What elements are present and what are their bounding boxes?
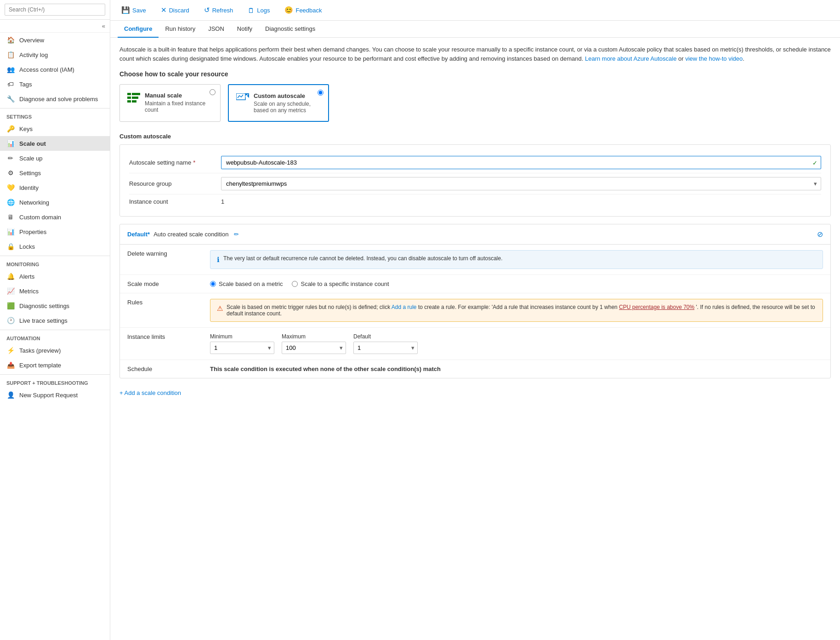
iam-icon: 👥: [6, 65, 15, 74]
sidebar-item-diagnose[interactable]: 🔧 Diagnose and solve problems: [0, 91, 110, 106]
activity-log-icon: 📋: [6, 51, 15, 59]
tab-diagnostic-settings[interactable]: Diagnostic settings: [259, 21, 322, 38]
sidebar-item-keys[interactable]: 🔑 Keys: [0, 121, 110, 136]
default-select[interactable]: 1: [354, 342, 417, 354]
manual-radio-input[interactable]: [210, 89, 216, 95]
sidebar-item-label: New Support Request: [19, 392, 78, 399]
custom-autoscale-option[interactable]: Custom autoscale Scale on any schedule, …: [228, 84, 329, 122]
learn-more-link[interactable]: Learn more about Azure Autoscale: [585, 55, 676, 62]
sidebar-item-export[interactable]: 📤 Export template: [0, 358, 110, 372]
sidebar-item-label: Networking: [19, 199, 49, 206]
sidebar-item-scale-out[interactable]: 📊 Scale out: [0, 136, 110, 151]
delete-warning-box: ℹ The very last or default recurrence ru…: [210, 250, 823, 269]
scale-mode-content: Scale based on a metric Scale to a speci…: [210, 280, 823, 287]
tab-notify[interactable]: Notify: [231, 21, 259, 38]
default-limit-label: Default: [353, 333, 418, 340]
refresh-button[interactable]: ↺ Refresh: [200, 4, 237, 17]
sidebar-item-label: Scale out: [19, 140, 46, 147]
autoscale-name-input[interactable]: [221, 156, 821, 169]
sidebar-item-tasks[interactable]: ⚡ Tasks (preview): [0, 343, 110, 358]
sidebar-item-networking[interactable]: 🌐 Networking: [0, 195, 110, 210]
scale-mode-metric-radio[interactable]: [210, 281, 216, 287]
manual-scale-radio[interactable]: [210, 89, 216, 97]
collapse-button[interactable]: «: [0, 20, 110, 33]
tab-run-history[interactable]: Run history: [159, 21, 202, 38]
sidebar-item-tags[interactable]: 🏷 Tags: [0, 77, 110, 91]
sidebar-item-label: Keys: [19, 126, 33, 132]
logs-button[interactable]: 🗒 Logs: [244, 4, 273, 17]
scale-mode-label: Scale mode: [127, 280, 210, 287]
diagnose-icon: 🔧: [6, 95, 15, 103]
manual-scale-icon: [127, 93, 140, 106]
sidebar-item-settings[interactable]: ⚙ Settings: [0, 166, 110, 180]
cond-row-schedule: Schedule This scale condition is execute…: [120, 360, 830, 378]
scale-mode-instance-label: Scale to a specific instance count: [301, 280, 389, 287]
search-input[interactable]: [5, 4, 105, 16]
schedule-label: Schedule: [127, 366, 210, 372]
scale-mode-instance-option[interactable]: Scale to a specific instance count: [292, 280, 389, 287]
add-rule-link[interactable]: Add a rule: [392, 304, 417, 310]
condition-edit-icon[interactable]: ✏: [234, 231, 239, 238]
sidebar-item-label: Diagnose and solve problems: [19, 96, 98, 103]
instance-count-value: 1: [221, 198, 224, 205]
name-valid-icon: ✓: [812, 159, 817, 166]
add-scale-condition-button[interactable]: + Add a scale condition: [119, 386, 831, 400]
schedule-content: This scale condition is executed when no…: [210, 366, 823, 372]
sidebar-item-identity[interactable]: 💛 Identity: [0, 180, 110, 195]
sidebar-item-properties[interactable]: 📊 Properties: [0, 224, 110, 239]
sidebar-item-custom-domain[interactable]: 🖥 Custom domain: [0, 210, 110, 224]
scale-mode-metric-option[interactable]: Scale based on a metric: [210, 280, 283, 287]
scale-mode-metric-label: Scale based on a metric: [219, 280, 283, 287]
svg-rect-5: [132, 100, 136, 103]
logs-icon: 🗒: [248, 6, 255, 14]
autoscale-name-control: ✓: [221, 156, 821, 169]
page-content-area: Autoscale is a built-in feature that hel…: [110, 38, 840, 640]
discard-button[interactable]: ✕ Discard: [157, 4, 193, 17]
scale-section-title: Choose how to scale your resource: [119, 70, 831, 78]
tab-json[interactable]: JSON: [202, 21, 231, 38]
settings-section-label: Settings: [0, 108, 110, 121]
rg-select[interactable]: chenyltestpremiumwps: [221, 177, 821, 190]
sidebar-item-access-control[interactable]: 👥 Access control (IAM): [0, 62, 110, 77]
how-to-video-link[interactable]: view the how-to video: [685, 55, 743, 62]
custom-scale-icon: [236, 93, 249, 106]
condition-disable-icon[interactable]: ⊘: [817, 230, 823, 239]
cond-row-delete-warning: Delete warning ℹ The very last or defaul…: [120, 245, 830, 275]
sidebar-item-live-trace[interactable]: 🕐 Live trace settings: [0, 313, 110, 328]
manual-scale-option[interactable]: Manual scale Maintain a fixed instance c…: [119, 84, 221, 122]
delete-warning-text: The very last or default recurrence rule…: [223, 255, 502, 262]
overview-icon: 🏠: [6, 36, 15, 44]
sidebar-item-diagnostic-settings[interactable]: 🟩 Diagnostic settings: [0, 298, 110, 313]
cond-row-instance-limits: Instance limits Minimum 1 ▾: [120, 328, 830, 360]
custom-radio-input[interactable]: [318, 90, 324, 96]
tab-configure[interactable]: Configure: [118, 21, 159, 38]
sidebar-item-scale-up[interactable]: ✏ Scale up: [0, 151, 110, 166]
sidebar-item-overview[interactable]: 🏠 Overview: [0, 33, 110, 47]
sidebar-item-metrics[interactable]: 📈 Metrics: [0, 284, 110, 298]
rules-warning-text: Scale is based on metric trigger rules b…: [227, 304, 816, 317]
live-trace-icon: 🕐: [6, 316, 15, 325]
scale-mode-instance-radio[interactable]: [292, 281, 298, 287]
keys-icon: 🔑: [6, 125, 15, 133]
save-button[interactable]: 💾 Save: [118, 4, 150, 17]
sidebar-item-label: Alerts: [19, 273, 34, 280]
name-input-wrap: ✓: [221, 156, 821, 169]
settings-icon: ⚙: [6, 169, 15, 177]
sidebar-item-label: Activity log: [19, 51, 48, 58]
maximum-select[interactable]: 100: [282, 342, 346, 354]
tasks-icon: ⚡: [6, 346, 15, 354]
custom-scale-radio[interactable]: [318, 90, 324, 97]
required-marker: *: [193, 159, 195, 166]
default-group: Default 1 ▾: [353, 333, 418, 354]
sidebar-item-support[interactable]: 👤 New Support Request: [0, 388, 110, 402]
sidebar-item-locks[interactable]: 🔒 Locks: [0, 239, 110, 254]
custom-scale-text: Custom autoscale Scale on any schedule, …: [254, 92, 321, 114]
feedback-button[interactable]: 😊 Feedback: [281, 4, 325, 17]
sidebar-item-alerts[interactable]: 🔔 Alerts: [0, 269, 110, 284]
rules-label: Rules: [127, 299, 210, 306]
sidebar-item-activity-log[interactable]: 📋 Activity log: [0, 47, 110, 62]
networking-icon: 🌐: [6, 198, 15, 206]
custom-scale-title: Custom autoscale: [254, 92, 321, 99]
minimum-select[interactable]: 1: [210, 342, 274, 354]
minimum-select-wrap: 1 ▾: [210, 342, 274, 354]
